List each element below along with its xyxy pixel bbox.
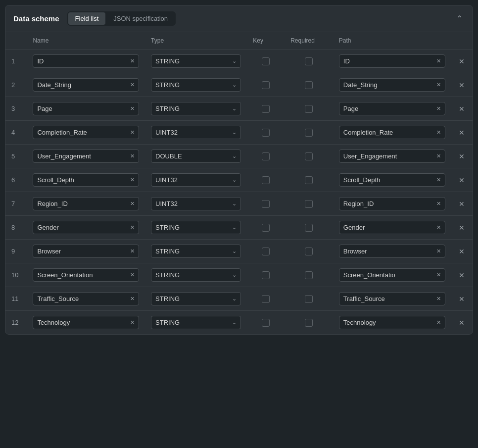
key-checkbox-6[interactable] (262, 200, 270, 208)
name-input-2[interactable]: Page ✕ (33, 102, 139, 115)
name-clear-4[interactable]: ✕ (130, 153, 135, 159)
path-input-8[interactable]: Browser ✕ (339, 245, 445, 258)
type-select-5[interactable]: UINT32 ⌄ (151, 173, 241, 187)
name-clear-11[interactable]: ✕ (130, 319, 135, 326)
path-clear-icon[interactable]: ✕ (436, 224, 441, 231)
key-checkbox-11[interactable] (262, 319, 270, 327)
path-input-4[interactable]: User_Engagement ✕ (339, 149, 445, 163)
path-clear-icon[interactable]: ✕ (436, 200, 441, 207)
delete-row-button-10[interactable]: ✕ (457, 295, 467, 303)
name-input-3[interactable]: Completion_Rate ✕ (33, 126, 139, 139)
required-checkbox-10[interactable] (305, 295, 313, 303)
required-checkbox-0[interactable] (305, 57, 313, 65)
type-select-11[interactable]: STRING ⌄ (151, 316, 241, 329)
key-checkbox-8[interactable] (262, 248, 270, 255)
path-clear-icon[interactable]: ✕ (436, 296, 441, 302)
delete-row-button-7[interactable]: ✕ (457, 224, 467, 232)
key-checkbox-5[interactable] (262, 176, 270, 184)
path-clear-icon[interactable]: ✕ (436, 248, 441, 254)
name-input-10[interactable]: Traffic_Source ✕ (33, 292, 139, 305)
name-clear-3[interactable]: ✕ (130, 129, 135, 136)
path-clear-icon[interactable]: ✕ (436, 153, 441, 159)
key-checkbox-0[interactable] (262, 57, 270, 65)
type-select-9[interactable]: STRING ⌄ (151, 268, 241, 282)
path-input-2[interactable]: Page ✕ (339, 102, 445, 115)
type-select-8[interactable]: STRING ⌄ (151, 245, 241, 258)
name-input-6[interactable]: Region_ID ✕ (33, 197, 139, 210)
name-input-7[interactable]: Gender ✕ (33, 221, 139, 234)
path-clear-icon[interactable]: ✕ (436, 58, 441, 64)
required-checkbox-5[interactable] (305, 176, 313, 184)
name-clear-10[interactable]: ✕ (130, 296, 135, 302)
name-clear-8[interactable]: ✕ (130, 248, 135, 254)
name-input-11[interactable]: Technology ✕ (33, 316, 139, 329)
key-checkbox-7[interactable] (262, 224, 270, 232)
key-checkbox-9[interactable] (262, 271, 270, 279)
type-select-7[interactable]: STRING ⌄ (151, 221, 241, 234)
name-input-8[interactable]: Browser ✕ (33, 245, 139, 258)
name-clear-7[interactable]: ✕ (130, 224, 135, 231)
delete-row-button-9[interactable]: ✕ (457, 271, 467, 279)
name-input-0[interactable]: ID ✕ (33, 54, 139, 68)
collapse-button[interactable]: ⌃ (454, 12, 465, 25)
type-select-3[interactable]: UINT32 ⌄ (151, 126, 241, 139)
name-clear-9[interactable]: ✕ (130, 272, 135, 278)
path-clear-icon[interactable]: ✕ (436, 129, 441, 136)
key-checkbox-1[interactable] (262, 81, 270, 89)
name-input-5[interactable]: Scroll_Depth ✕ (33, 173, 139, 187)
delete-row-button-6[interactable]: ✕ (457, 200, 467, 208)
delete-row-button-4[interactable]: ✕ (457, 152, 467, 160)
key-checkbox-3[interactable] (262, 129, 270, 137)
path-clear-icon[interactable]: ✕ (436, 319, 441, 326)
required-checkbox-6[interactable] (305, 200, 313, 208)
name-input-4[interactable]: User_Engagement ✕ (33, 149, 139, 163)
tab-json-spec[interactable]: JSON specification (106, 12, 175, 25)
type-select-0[interactable]: STRING ⌄ (151, 54, 241, 68)
path-clear-icon[interactable]: ✕ (436, 177, 441, 183)
path-input-7[interactable]: Gender ✕ (339, 221, 445, 234)
path-clear-icon[interactable]: ✕ (436, 105, 441, 112)
path-input-5[interactable]: Scroll_Depth ✕ (339, 173, 445, 187)
name-clear-6[interactable]: ✕ (130, 200, 135, 207)
path-input-10[interactable]: Traffic_Source ✕ (339, 292, 445, 305)
key-checkbox-4[interactable] (262, 152, 270, 160)
required-checkbox-3[interactable] (305, 129, 313, 137)
type-select-6[interactable]: UINT32 ⌄ (151, 197, 241, 210)
required-checkbox-9[interactable] (305, 271, 313, 279)
name-clear-5[interactable]: ✕ (130, 177, 135, 183)
required-checkbox-8[interactable] (305, 248, 313, 255)
type-select-2[interactable]: STRING ⌄ (151, 102, 241, 115)
key-checkbox-2[interactable] (262, 105, 270, 113)
type-select-10[interactable]: STRING ⌄ (151, 292, 241, 305)
required-checkbox-11[interactable] (305, 319, 313, 327)
delete-row-button-11[interactable]: ✕ (457, 319, 467, 327)
required-checkbox-7[interactable] (305, 224, 313, 232)
key-checkbox-10[interactable] (262, 295, 270, 303)
name-clear-0[interactable]: ✕ (130, 58, 135, 64)
name-clear-1[interactable]: ✕ (130, 82, 135, 88)
path-input-11[interactable]: Technology ✕ (339, 316, 445, 329)
delete-row-button-1[interactable]: ✕ (457, 81, 467, 89)
delete-row-button-3[interactable]: ✕ (457, 129, 467, 137)
delete-row-button-5[interactable]: ✕ (457, 176, 467, 184)
type-select-4[interactable]: DOUBLE ⌄ (151, 149, 241, 163)
path-input-0[interactable]: ID ✕ (339, 54, 445, 68)
name-input-9[interactable]: Screen_Orientation ✕ (33, 268, 139, 282)
path-input-6[interactable]: Region_ID ✕ (339, 197, 445, 210)
name-input-1[interactable]: Date_String ✕ (33, 78, 139, 92)
path-clear-icon[interactable]: ✕ (436, 82, 441, 88)
path-input-9[interactable]: Screen_Orientatio ✕ (339, 268, 445, 282)
delete-row-button-0[interactable]: ✕ (457, 57, 467, 65)
required-checkbox-2[interactable] (305, 105, 313, 113)
path-clear-icon[interactable]: ✕ (436, 272, 441, 278)
type-select-1[interactable]: STRING ⌄ (151, 78, 241, 92)
path-input-3[interactable]: Completion_Rate ✕ (339, 126, 445, 139)
tab-field-list[interactable]: Field list (68, 12, 106, 25)
required-checkbox-4[interactable] (305, 152, 313, 160)
col-header-num (5, 32, 27, 50)
delete-row-button-8[interactable]: ✕ (457, 248, 467, 255)
delete-row-button-2[interactable]: ✕ (457, 105, 467, 113)
name-clear-2[interactable]: ✕ (130, 105, 135, 112)
required-checkbox-1[interactable] (305, 81, 313, 89)
path-input-1[interactable]: Date_String ✕ (339, 78, 445, 92)
